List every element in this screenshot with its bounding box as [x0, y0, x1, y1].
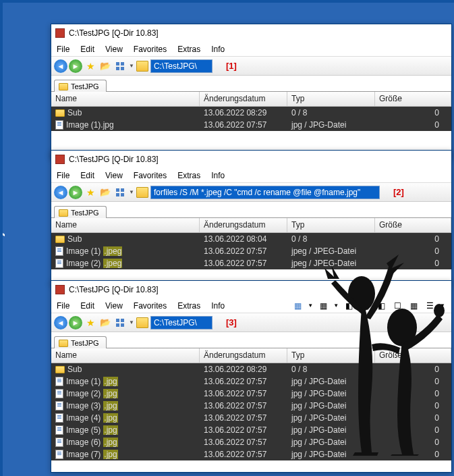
folder-open-button[interactable]: 📂: [98, 186, 112, 199]
file-list[interactable]: Sub13.06.2022 08:290 / 80Image (1).jpg13…: [51, 107, 451, 131]
table-row[interactable]: Image (3).jpg13.06.2022 07:57jpg / JPG-D…: [51, 400, 451, 412]
col-date[interactable]: Änderungsdatum: [200, 348, 287, 363]
menu-view[interactable]: View: [105, 301, 123, 311]
nav-back-button[interactable]: ◄: [54, 59, 67, 73]
tab-testjpg[interactable]: TestJPG: [54, 80, 107, 92]
cell-date: 13.06.2022 07:57: [200, 401, 287, 411]
table-row[interactable]: Image (4).jpg13.06.2022 07:57jpg / JPG-D…: [51, 412, 451, 424]
table-row[interactable]: Sub13.06.2022 08:290 / 80: [51, 107, 451, 119]
favorites-button[interactable]: ★: [84, 59, 97, 73]
svg-rect-3: [121, 67, 124, 70]
menu-view[interactable]: View: [105, 45, 123, 54]
nav-forward-button[interactable]: ►: [69, 59, 82, 73]
col-name[interactable]: Name: [51, 218, 200, 232]
svg-rect-8: [116, 319, 119, 322]
file-list[interactable]: Sub13.06.2022 08:040 / 80Image (1).jpeg1…: [51, 233, 451, 269]
menu-edit[interactable]: Edit: [80, 171, 94, 180]
col-type[interactable]: Typ: [287, 218, 375, 232]
table-row[interactable]: Image (2).jpg13.06.2022 07:57jpg / JPG-D…: [51, 388, 451, 400]
menu-favorites[interactable]: Favorites: [134, 171, 167, 180]
dropdown-icon[interactable]: ▼: [128, 189, 135, 195]
menu-extras[interactable]: Extras: [177, 45, 200, 54]
folder-open-button[interactable]: 📂: [98, 316, 112, 329]
col-date[interactable]: Änderungsdatum: [200, 92, 287, 106]
address-input[interactable]: [150, 186, 380, 199]
table-row[interactable]: Image (1).jpg13.06.2022 07:57jpg / JPG-D…: [51, 119, 451, 131]
menu-file[interactable]: File: [57, 45, 69, 54]
grid-btn[interactable]: ▦: [316, 299, 330, 313]
nav-forward-button[interactable]: ►: [69, 186, 82, 199]
tab-testjpg[interactable]: TestJPG: [54, 336, 107, 348]
table-row[interactable]: Image (1).jpeg13.06.2022 07:57jpeg / JPE…: [51, 245, 451, 257]
cell-size: 0: [375, 425, 451, 435]
menu-favorites[interactable]: Favorites: [134, 45, 167, 54]
address-bar: [136, 185, 380, 200]
col-size[interactable]: Größe: [375, 92, 451, 106]
col-type[interactable]: Typ: [287, 348, 375, 363]
single-btn[interactable]: ☐: [391, 299, 404, 313]
view-btn[interactable]: ◧: [342, 299, 356, 313]
col-name[interactable]: Name: [51, 348, 200, 363]
cell-size: 0: [375, 365, 451, 374]
titlebar[interactable]: C:\TestJPG [Q-Dir 10.83]: [51, 281, 451, 298]
menu-file[interactable]: File: [57, 171, 69, 180]
file-icon: [55, 413, 63, 423]
view-mode-button[interactable]: [113, 59, 127, 73]
menu-info[interactable]: Info: [211, 301, 225, 311]
folder-open-button[interactable]: 📂: [98, 59, 112, 73]
cell-size: 0: [375, 377, 451, 386]
menu-extras[interactable]: Extras: [177, 301, 200, 311]
file-name: Image (7): [66, 450, 101, 459]
cell-type: 0 / 8: [287, 108, 375, 117]
menu-favorites[interactable]: Favorites: [134, 301, 167, 311]
col-name[interactable]: Name: [51, 92, 200, 106]
view-mode-button[interactable]: [113, 186, 127, 199]
col-date[interactable]: Änderungsdatum: [200, 218, 287, 232]
titlebar[interactable]: C:\TestJPG [Q-Dir 10.83]: [51, 24, 451, 42]
nav-back-button[interactable]: ◄: [54, 316, 67, 329]
nav-forward-button[interactable]: ►: [69, 316, 82, 329]
menu-edit[interactable]: Edit: [80, 301, 94, 311]
col-size[interactable]: Größe: [375, 218, 451, 232]
table-row[interactable]: Image (2).jpeg13.06.2022 07:57jpeg / JPE…: [51, 257, 451, 269]
table-row[interactable]: Image (6).jpg13.06.2022 07:57jpg / JPG-D…: [51, 436, 451, 448]
quad-btn[interactable]: ▦: [407, 299, 420, 313]
favorites-button[interactable]: ★: [84, 186, 97, 199]
col-type[interactable]: Typ: [287, 92, 375, 106]
cell-size: 0: [375, 234, 451, 244]
menu-file[interactable]: File: [57, 301, 69, 311]
highlight-ext: .jpg: [103, 377, 117, 386]
favorites-button[interactable]: ★: [84, 316, 97, 329]
file-list[interactable]: Sub13.06.2022 08:290 / 80Image (1).jpg13…: [51, 363, 451, 460]
address-input[interactable]: [150, 316, 212, 329]
folder-icon: [59, 209, 68, 217]
file-icon: [55, 401, 63, 411]
dropdown-icon[interactable]: ▼: [128, 63, 135, 69]
dropdown-icon[interactable]: ▼: [128, 319, 135, 325]
tab-testjpg[interactable]: TestJPG: [54, 206, 107, 218]
view-mode-button[interactable]: [113, 316, 127, 329]
col-size[interactable]: Größe: [375, 348, 451, 363]
table-row[interactable]: Image (1).jpg13.06.2022 07:57jpg / JPG-D…: [51, 375, 451, 388]
table-row[interactable]: Sub13.06.2022 08:040 / 80: [51, 233, 451, 245]
menu-extras[interactable]: Extras: [177, 171, 200, 180]
menu-edit[interactable]: Edit: [80, 45, 94, 54]
table-row[interactable]: Image (7).jpg13.06.2022 07:57jpg / JPG-D…: [51, 448, 451, 460]
menu-info[interactable]: Info: [211, 45, 225, 54]
nav-back-button[interactable]: ◄: [54, 186, 67, 199]
folder-icon: [59, 340, 68, 347]
file-icon: [55, 425, 63, 435]
table-row[interactable]: Sub13.06.2022 08:290 / 80: [51, 363, 451, 375]
cell-size: 0: [375, 108, 451, 117]
menu-view[interactable]: View: [105, 171, 123, 180]
table-row[interactable]: Image (5).jpg13.06.2022 07:57jpg / JPG-D…: [51, 424, 451, 436]
split-v-btn[interactable]: ◧: [374, 299, 388, 313]
file-name: Sub: [67, 365, 82, 374]
cell-type: jpg / JPG-Datei: [287, 389, 375, 398]
address-input[interactable]: [150, 59, 212, 73]
split-h-btn[interactable]: ⬒: [358, 299, 372, 313]
layout-btn[interactable]: ▦: [291, 299, 304, 313]
menu-info[interactable]: Info: [211, 171, 225, 180]
list-btn[interactable]: ☰: [423, 299, 436, 313]
titlebar[interactable]: C:\TestJPG [Q-Dir 10.83]: [51, 151, 451, 168]
